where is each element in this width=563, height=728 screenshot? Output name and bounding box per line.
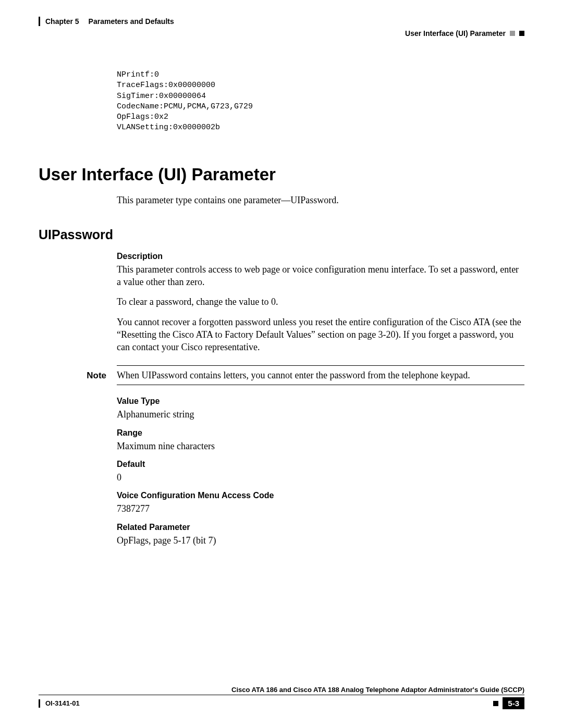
subheading-vcmac: Voice Configuration Menu Access Code — [117, 491, 524, 500]
subheading-range: Range — [117, 428, 524, 438]
marker-square-icon — [493, 701, 498, 706]
rule-icon — [117, 365, 524, 366]
running-header-left: Chapter 5 Parameters and Defaults — [39, 17, 524, 26]
note-label: Note — [39, 371, 117, 381]
subheading-default: Default — [117, 460, 524, 469]
page-number: 5-3 — [503, 697, 524, 709]
note-text: When UIPassword contains letters, you ca… — [117, 369, 524, 381]
valuetype-text: Alphanumeric string — [117, 408, 524, 421]
intro-paragraph: This parameter type contains one paramet… — [117, 194, 524, 206]
header-bar-icon — [39, 17, 40, 26]
footer-bar-icon — [39, 699, 40, 708]
description-p3: You cannot recover a forgotten password … — [117, 316, 524, 354]
description-p2: To clear a password, change the value to… — [117, 295, 524, 308]
range-text: Maximum nine characters — [117, 440, 524, 452]
footer-doc-id: OI-3141-01 — [45, 699, 80, 707]
section-title: User Interface (UI) Parameter — [405, 29, 506, 38]
chapter-title: Parameters and Defaults — [89, 17, 174, 26]
note-block: Note When UIPassword contains letters, y… — [39, 365, 524, 386]
default-text: 0 — [117, 471, 524, 484]
rule-icon — [117, 385, 524, 385]
related-text: OpFlags, page 5-17 (bit 7) — [117, 534, 524, 547]
code-block: NPrintf:0 TraceFlags:0x00000000 SigTimer… — [117, 70, 524, 133]
marker-square-icon — [510, 31, 515, 36]
chapter-label: Chapter 5 — [45, 17, 79, 26]
heading-1: User Interface (UI) Parameter — [39, 165, 524, 184]
page-footer: Cisco ATA 186 and Cisco ATA 188 Analog T… — [39, 686, 524, 709]
subheading-description: Description — [117, 252, 524, 261]
page: Chapter 5 Parameters and Defaults User I… — [0, 0, 563, 728]
description-p1: This parameter controls access to web pa… — [117, 263, 524, 289]
footer-guide-title: Cisco ATA 186 and Cisco ATA 188 Analog T… — [39, 686, 524, 694]
rule-icon — [39, 695, 524, 695]
vcmac-text: 7387277 — [117, 502, 524, 515]
subheading-valuetype: Value Type — [117, 397, 524, 406]
marker-square-icon — [519, 31, 524, 36]
subheading-related: Related Parameter — [117, 523, 524, 532]
heading-2: UIPassword — [39, 227, 524, 242]
running-header-right: User Interface (UI) Parameter — [39, 29, 524, 38]
